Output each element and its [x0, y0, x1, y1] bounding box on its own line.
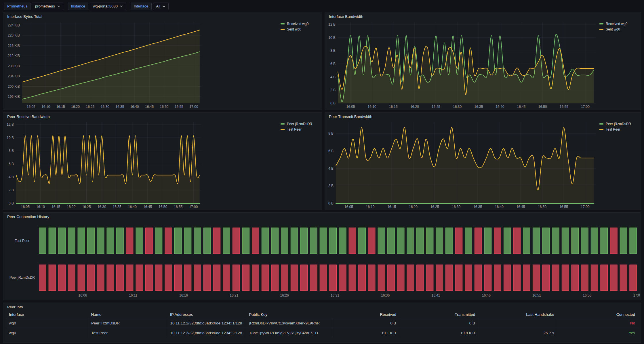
- status-bar-disconnected[interactable]: [542, 265, 550, 291]
- status-bar-disconnected[interactable]: [504, 265, 511, 291]
- status-bar-disconnected[interactable]: [581, 265, 588, 291]
- status-bar-disconnected[interactable]: [610, 265, 618, 291]
- status-bar-connected[interactable]: [107, 228, 114, 254]
- variable-value-instance-dropdown[interactable]: wg-portal:8080: [90, 3, 126, 10]
- status-bar-connected[interactable]: [426, 228, 433, 254]
- status-bar-disconnected[interactable]: [397, 265, 404, 291]
- column-header-connected[interactable]: Connected: [557, 311, 638, 318]
- status-bar-connected[interactable]: [136, 228, 143, 254]
- status-bar-disconnected[interactable]: [378, 265, 385, 291]
- status-bar-disconnected[interactable]: [146, 228, 153, 254]
- status-bar-connected[interactable]: [620, 228, 627, 254]
- status-bar-connected[interactable]: [591, 228, 598, 254]
- status-bar-disconnected[interactable]: [523, 265, 530, 291]
- status-bar-connected[interactable]: [533, 228, 540, 254]
- column-header-received[interactable]: Received: [333, 311, 399, 318]
- panel-title-interface-bandwidth[interactable]: Interface Bandwidth: [325, 12, 641, 20]
- panel-title-peer-info[interactable]: Peer Info: [3, 303, 641, 311]
- status-bar-disconnected[interactable]: [204, 265, 211, 291]
- status-bar-disconnected[interactable]: [329, 265, 337, 291]
- peer-receive-bandwidth-chart[interactable]: 0 B2 B4 B6 B8 B10 B12 B16:0516:1016:1516…: [4, 121, 203, 210]
- status-bar-connected[interactable]: [630, 228, 637, 254]
- interface-bytes-total-chart[interactable]: 196 KiB200 KiB204 KiB208 KiB212 KiB216 K…: [4, 20, 203, 110]
- status-bar-connected[interactable]: [184, 228, 191, 254]
- status-bar-disconnected[interactable]: [368, 265, 375, 291]
- status-bar-disconnected[interactable]: [571, 265, 579, 291]
- status-bar-disconnected[interactable]: [562, 265, 569, 291]
- status-bar-disconnected[interactable]: [223, 265, 230, 291]
- status-bar-connected[interactable]: [223, 228, 230, 254]
- status-bar-disconnected[interactable]: [165, 228, 172, 254]
- status-bar-disconnected[interactable]: [455, 265, 462, 291]
- status-bar-connected[interactable]: [329, 228, 337, 254]
- status-bar-connected[interactable]: [117, 228, 124, 254]
- status-bar-disconnected[interactable]: [475, 265, 482, 291]
- status-bar-connected[interactable]: [378, 228, 385, 254]
- status-bar-disconnected[interactable]: [242, 265, 249, 291]
- status-bar-disconnected[interactable]: [446, 265, 453, 291]
- status-bar-connected[interactable]: [39, 228, 46, 254]
- status-bar-disconnected[interactable]: [68, 265, 75, 291]
- status-bar-disconnected[interactable]: [513, 265, 521, 291]
- status-bar-disconnected[interactable]: [417, 265, 424, 291]
- column-header-transmitted[interactable]: Transmitted: [399, 311, 478, 318]
- column-header-ip-addresses[interactable]: IP Addresses: [167, 311, 246, 318]
- status-bar-connected[interactable]: [417, 228, 424, 254]
- panel-title-peer-transmit-bandwidth[interactable]: Peer Transmit Bandwidth: [325, 112, 641, 121]
- legend-item-received-wg0[interactable]: Received wg0: [599, 21, 640, 26]
- status-bar-disconnected[interactable]: [271, 265, 279, 291]
- status-bar-disconnected[interactable]: [117, 265, 124, 291]
- status-bar-connected[interactable]: [271, 228, 279, 254]
- status-bar-connected[interactable]: [407, 228, 414, 254]
- status-bar-connected[interactable]: [571, 228, 579, 254]
- status-bar-disconnected[interactable]: [126, 228, 133, 254]
- status-bar-connected[interactable]: [562, 228, 569, 254]
- status-bar-connected[interactable]: [281, 228, 288, 254]
- status-bar-disconnected[interactable]: [630, 265, 637, 291]
- legend-item-test-peer[interactable]: Test Peer: [599, 127, 640, 132]
- status-bar-connected[interactable]: [175, 228, 182, 254]
- status-bar-disconnected[interactable]: [233, 228, 240, 254]
- status-bar-disconnected[interactable]: [78, 265, 85, 291]
- status-bar-disconnected[interactable]: [310, 265, 317, 291]
- status-bar-disconnected[interactable]: [213, 265, 220, 291]
- status-bar-connected[interactable]: [397, 228, 404, 254]
- status-bar-disconnected[interactable]: [339, 265, 346, 291]
- status-bar-connected[interactable]: [581, 228, 588, 254]
- variable-value-interface-dropdown[interactable]: All: [153, 3, 169, 10]
- status-bar-connected[interactable]: [523, 228, 530, 254]
- status-bar-disconnected[interactable]: [291, 265, 298, 291]
- status-bar-connected[interactable]: [484, 228, 491, 254]
- status-bar-disconnected[interactable]: [262, 265, 269, 291]
- status-bar-disconnected[interactable]: [610, 228, 618, 254]
- status-bar-disconnected[interactable]: [155, 265, 162, 291]
- status-bar-connected[interactable]: [300, 228, 308, 254]
- status-bar-connected[interactable]: [320, 228, 327, 254]
- status-bar-disconnected[interactable]: [300, 265, 308, 291]
- status-bar-connected[interactable]: [68, 228, 75, 254]
- status-bar-disconnected[interactable]: [494, 228, 501, 254]
- legend-item-test-peer[interactable]: Test Peer: [281, 127, 321, 132]
- status-bar-connected[interactable]: [465, 228, 472, 254]
- status-bar-disconnected[interactable]: [533, 265, 540, 291]
- status-bar-disconnected[interactable]: [126, 265, 133, 291]
- status-bar-disconnected[interactable]: [320, 265, 327, 291]
- column-header-public-key[interactable]: Public Key: [246, 311, 333, 318]
- status-bar-disconnected[interactable]: [194, 265, 201, 291]
- status-bar-connected[interactable]: [204, 228, 211, 254]
- status-bar-disconnected[interactable]: [426, 265, 433, 291]
- status-bar-disconnected[interactable]: [146, 265, 153, 291]
- status-bar-connected[interactable]: [552, 228, 559, 254]
- status-bar-disconnected[interactable]: [233, 265, 240, 291]
- status-bar-connected[interactable]: [78, 228, 85, 254]
- status-bar-connected[interactable]: [97, 228, 104, 254]
- status-bar-disconnected[interactable]: [359, 265, 366, 291]
- status-bar-connected[interactable]: [446, 228, 453, 254]
- status-bar-connected[interactable]: [58, 228, 66, 254]
- legend-item-sent-wg0[interactable]: Sent wg0: [281, 26, 321, 32]
- status-bar-disconnected[interactable]: [601, 265, 608, 291]
- status-bar-disconnected[interactable]: [252, 265, 259, 291]
- legend-item-peer-jrzmdsdr[interactable]: Peer jRzmDsDR: [599, 121, 640, 127]
- legend-item-sent-wg0[interactable]: Sent wg0: [599, 26, 640, 32]
- status-bar-connected[interactable]: [504, 228, 511, 254]
